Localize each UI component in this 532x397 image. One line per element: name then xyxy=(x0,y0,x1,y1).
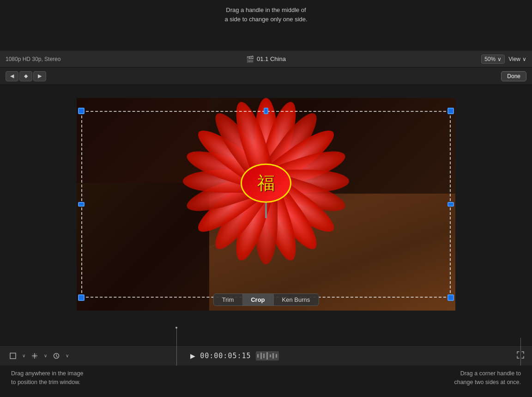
transform-tool-button[interactable] xyxy=(29,350,40,361)
tooltip-line1: Drag a handle in the middle of xyxy=(226,6,306,13)
bottom-info-right-line1: Drag a corner handle to xyxy=(460,370,521,377)
crop-mode-bar: Trim Crop Ken Burns xyxy=(213,293,319,306)
speed-chevron[interactable]: ∨ xyxy=(66,353,69,358)
crop-label: Crop xyxy=(251,296,265,303)
view-label: View xyxy=(508,56,520,62)
center-ornament: 福 xyxy=(241,163,291,202)
ken-burns-mode-button[interactable]: Ken Burns xyxy=(274,294,319,305)
clip-title: 01.1 China xyxy=(257,55,286,62)
clapper-icon: 🎬 xyxy=(246,55,254,63)
zoom-control[interactable]: 50% ∨ xyxy=(481,55,505,64)
view-chevron: ∨ xyxy=(522,56,526,62)
center-nav-button[interactable]: ◆ xyxy=(19,71,32,81)
play-button[interactable]: ▶ xyxy=(190,352,195,360)
transport-left: ∨ ∨ ∨ xyxy=(7,350,69,361)
svg-rect-0 xyxy=(10,353,16,359)
waveform-bar xyxy=(260,353,262,359)
annotation-line-left xyxy=(176,329,177,366)
waveform-bar xyxy=(263,354,265,358)
ken-burns-label: Ken Burns xyxy=(282,296,310,303)
prev-nav-button[interactable]: ◀ xyxy=(6,71,18,81)
transport-bar: ∨ ∨ ∨ ▶ 00:00:05:15 xyxy=(0,345,532,366)
tooltip-area: Drag a handle in the middle of a side to… xyxy=(0,0,532,51)
top-bar: 1080p HD 30p, Stereo 🎬 01.1 China 50% ∨ … xyxy=(0,51,532,67)
done-button[interactable]: Done xyxy=(501,71,526,81)
annotation-dot-left xyxy=(175,327,177,329)
bottom-info-left-line2: to position the trim window. xyxy=(11,379,80,385)
waveform-bar xyxy=(266,352,268,360)
bottom-info-right: Drag a corner handle to change two sides… xyxy=(454,369,521,387)
tooltip-line2: a side to change only one side. xyxy=(224,16,307,23)
transform-chevron[interactable]: ∨ xyxy=(44,353,47,358)
tooltip-text: Drag a handle in the middle of a side to… xyxy=(224,6,307,24)
zoom-level: 50% xyxy=(484,56,496,62)
bottom-info: Drag anywhere in the image to position t… xyxy=(0,366,532,397)
waveform-bar xyxy=(270,354,271,357)
video-frame: 福 Trim xyxy=(77,98,455,311)
clip-info: 🎬 01.1 China xyxy=(179,55,353,63)
nav-buttons: ◀ ◆ ▶ xyxy=(6,71,46,81)
trim-mode-button[interactable]: Trim xyxy=(214,294,243,305)
crop-chevron[interactable]: ∨ xyxy=(22,353,25,358)
timecode-display: 00:00:05:15 xyxy=(200,352,251,360)
next-icon: ▶ xyxy=(38,73,42,79)
prev-icon: ◀ xyxy=(10,73,14,79)
next-nav-button[interactable]: ▶ xyxy=(33,71,46,81)
video-area: 福 Trim xyxy=(0,85,532,323)
bottom-info-left-line1: Drag anywhere in the image xyxy=(11,370,83,377)
bottom-info-left: Drag anywhere in the image to position t… xyxy=(11,369,83,387)
resolution-label: 1080p HD 30p, Stereo xyxy=(6,56,179,62)
bottom-info-right-line2: change two sides at once. xyxy=(454,379,521,385)
annotation-line-right xyxy=(520,338,521,366)
controls-bar: ◀ ◆ ▶ Done xyxy=(0,67,532,85)
top-bar-right: 50% ∨ View ∨ xyxy=(353,55,526,64)
center-icon: ◆ xyxy=(24,73,28,79)
viewer-panel: 1080p HD 30p, Stereo 🎬 01.1 China 50% ∨ … xyxy=(0,51,532,323)
zoom-chevron: ∨ xyxy=(497,56,502,62)
waveform-bar xyxy=(276,354,277,358)
playback-controls: ▶ 00:00:05:15 xyxy=(190,351,278,360)
video-background: 福 xyxy=(77,98,455,311)
waveform-bar xyxy=(272,353,274,359)
crop-tool-button[interactable] xyxy=(7,350,18,361)
waveform-bar xyxy=(257,354,259,358)
speed-tool-button[interactable] xyxy=(51,350,62,361)
view-control[interactable]: View ∨ xyxy=(508,56,526,62)
crop-mode-button[interactable]: Crop xyxy=(242,294,273,305)
waveform-display xyxy=(256,351,279,360)
trim-label: Trim xyxy=(222,296,234,303)
